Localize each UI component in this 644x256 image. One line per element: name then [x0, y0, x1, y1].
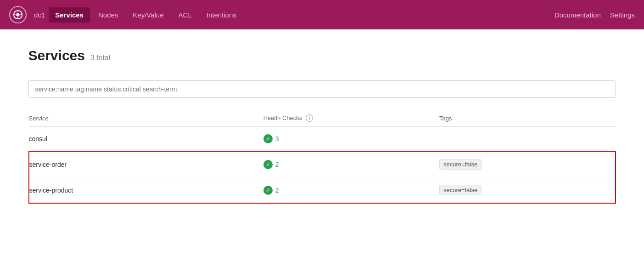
col-header-tags: Tags: [439, 111, 615, 127]
table-row[interactable]: service-order ✓ 2 secure=false: [29, 151, 616, 177]
check-icon: ✓: [263, 134, 273, 143]
table-row[interactable]: service-product ✓ 2 secure=false: [29, 177, 616, 204]
check-icon: ✓: [263, 186, 273, 195]
nav-acl[interactable]: ACL: [172, 7, 198, 23]
nav-nodes[interactable]: Nodes: [92, 7, 124, 23]
service-name: service-order: [29, 151, 263, 177]
table-row[interactable]: consul ✓ 3: [29, 127, 616, 152]
health-info-icon[interactable]: i: [306, 114, 313, 122]
health-cell: ✓ 2: [263, 151, 439, 177]
service-name: consul: [29, 127, 263, 152]
highlighted-rows: service-order ✓ 2 secure=false service-p…: [29, 151, 616, 203]
check-icon: ✓: [263, 160, 273, 169]
consul-logo: [9, 6, 27, 23]
top-nav: dc1 Services Nodes Key/Value ACL Intenti…: [0, 0, 644, 29]
page-title: Services: [28, 48, 85, 63]
header-divider: [28, 71, 616, 71]
tags-cell: [439, 127, 615, 152]
health-count: 2: [275, 161, 279, 168]
nav-right: Documentation Settings: [554, 11, 635, 19]
health-count: 3: [275, 135, 279, 142]
page-header: Services 3 total: [28, 48, 616, 63]
health-cell: ✓ 3: [263, 127, 439, 152]
health-cell: ✓ 2: [263, 177, 439, 204]
col-header-health: Health Checks i: [263, 111, 439, 127]
tags-cell: secure=false: [439, 177, 615, 204]
nav-settings[interactable]: Settings: [610, 11, 635, 19]
nav-documentation[interactable]: Documentation: [554, 11, 601, 19]
svg-point-1: [16, 13, 19, 16]
normal-rows: consul ✓ 3: [29, 127, 616, 152]
table-header: Service Health Checks i Tags: [29, 111, 616, 127]
page-subtitle: 3 total: [90, 54, 111, 62]
service-name: service-product: [29, 177, 263, 204]
main-content: Services 3 total Service Health Checks i…: [10, 29, 634, 222]
tag-badge: secure=false: [439, 185, 482, 195]
health-count: 2: [275, 187, 279, 194]
search-input[interactable]: [28, 80, 616, 98]
nav-keyvalue[interactable]: Key/Value: [126, 7, 170, 23]
col-header-service: Service: [29, 111, 263, 127]
nav-links: Services Nodes Key/Value ACL Intentions: [49, 7, 554, 23]
datacenter-label[interactable]: dc1: [34, 11, 45, 19]
nav-services[interactable]: Services: [49, 7, 90, 23]
tag-badge: secure=false: [439, 159, 482, 170]
nav-intentions[interactable]: Intentions: [200, 7, 243, 23]
tags-cell: secure=false: [439, 151, 615, 177]
services-table: Service Health Checks i Tags consul ✓ 3: [28, 111, 616, 204]
